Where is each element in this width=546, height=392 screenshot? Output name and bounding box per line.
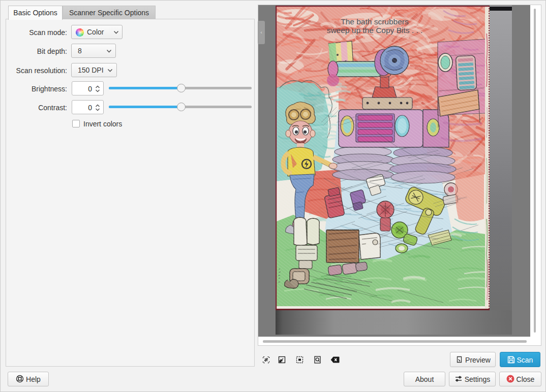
- svg-text:sweep up the Copy Bits . . .: sweep up the Copy Bits . . .: [327, 26, 423, 35]
- svg-text:The bath scrubbers: The bath scrubbers: [341, 17, 409, 26]
